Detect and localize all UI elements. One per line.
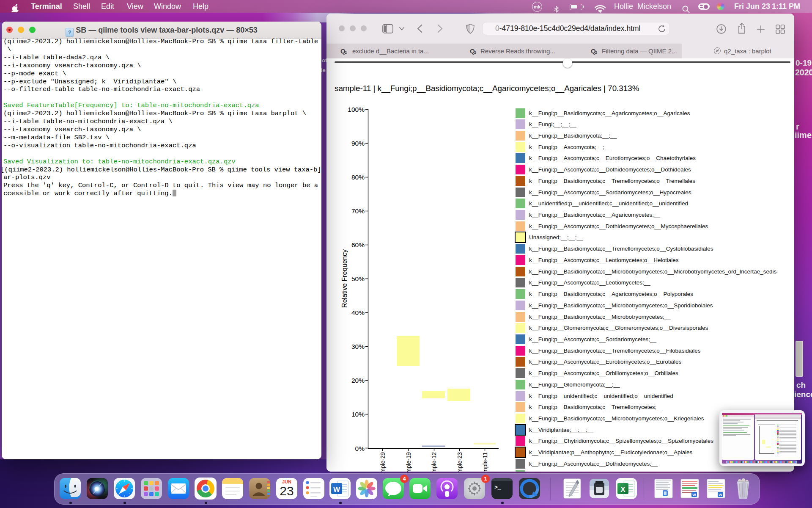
svg-text:W: W (719, 493, 722, 497)
svg-text:sample-23: sample-23 (457, 452, 463, 472)
svg-text:>_: >_ (494, 484, 501, 491)
svg-text:90%: 90% (351, 140, 365, 147)
svg-text:50%: 50% (351, 275, 365, 282)
svg-text:80%: 80% (351, 174, 365, 181)
svg-text:60%: 60% (351, 241, 365, 248)
svg-text:10%: 10% (351, 411, 365, 418)
svg-text:Relative Frequency: Relative Frequency (341, 249, 348, 308)
svg-text:sample-11: sample-11 (482, 452, 488, 472)
svg-text:sample-12: sample-12 (431, 452, 437, 472)
svg-text:W: W (692, 493, 696, 497)
svg-text:sample-19: sample-19 (406, 452, 412, 472)
svg-text:23: 23 (280, 484, 294, 498)
svg-text:100%: 100% (348, 106, 365, 113)
svg-text:70%: 70% (351, 207, 365, 215)
svg-text:X: X (620, 486, 625, 494)
svg-text:sample-29: sample-29 (380, 452, 386, 472)
svg-text:40%: 40% (351, 309, 365, 316)
svg-text:W: W (333, 486, 340, 494)
svg-text:30%: 30% (351, 343, 365, 350)
svg-text:20%: 20% (351, 377, 365, 384)
svg-text:0%: 0% (355, 445, 365, 452)
